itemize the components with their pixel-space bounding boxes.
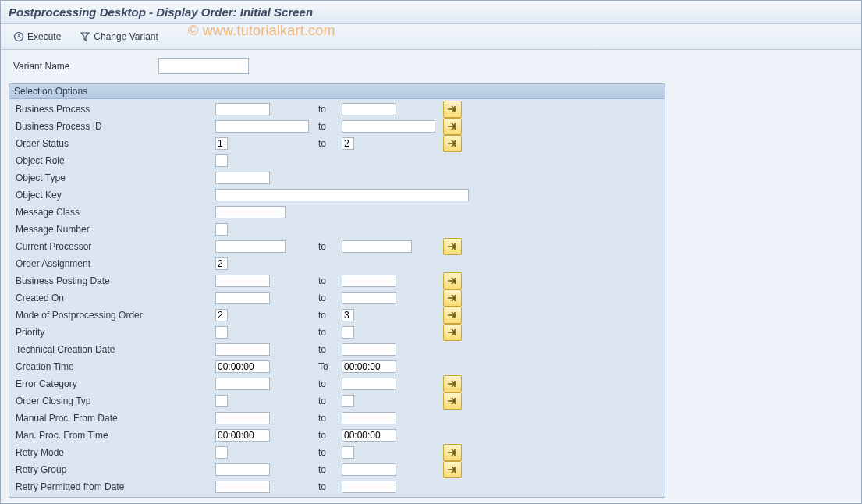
from-input[interactable] [215,120,309,133]
field-label: Order Closing Typ [14,396,215,406]
multiple-selection-button[interactable] [443,238,462,255]
multiple-selection-button[interactable] [443,118,462,135]
to-input[interactable] [342,309,354,321]
watermark-text: © www.tutorialkart.com [188,23,335,39]
from-input[interactable] [215,360,270,373]
from-input[interactable] [215,154,228,167]
to-label: to [317,447,342,458]
from-input[interactable] [215,343,270,356]
from-input[interactable] [215,137,228,150]
to-input[interactable] [342,463,396,476]
from-input[interactable] [215,240,286,253]
from-input[interactable] [215,412,270,424]
from-input[interactable] [215,326,228,339]
to-input[interactable] [342,343,396,356]
selection-row: Manual Proc. From Dateto [14,410,660,427]
to-input[interactable] [342,481,396,493]
from-input[interactable] [215,275,270,287]
from-input[interactable] [215,292,270,304]
selection-panel: Selection Options Business Processto Bus… [9,83,665,498]
multiple-selection-button[interactable] [443,392,462,410]
selection-row: Object Role [14,152,660,169]
selection-row: Technical Creation Dateto [14,341,660,358]
from-input[interactable] [215,309,228,321]
to-label: to [317,104,342,115]
selection-row: Message Class [14,204,660,221]
selection-row: Message Number [14,221,660,238]
arrow-right-icon [447,139,458,148]
multiple-selection-button[interactable] [443,272,462,289]
to-label: to [317,413,342,424]
to-input[interactable] [342,378,396,390]
to-label: to [317,138,342,149]
arrow-right-icon [447,276,458,286]
execute-button[interactable]: Execute [7,30,67,44]
field-label: Mode of Postprocessing Order [14,310,215,321]
from-input[interactable] [215,172,270,184]
field-label: Man. Proc. From Time [14,430,215,441]
to-input[interactable] [342,412,396,424]
from-input[interactable] [215,446,228,459]
from-input[interactable] [215,223,228,236]
from-input[interactable] [215,257,228,270]
to-input[interactable] [342,137,354,150]
to-input[interactable] [342,103,396,115]
selection-panel-header: Selection Options [9,84,665,99]
to-input[interactable] [342,326,354,339]
variant-name-label: Variant Name [13,61,158,72]
to-label: to [317,275,342,286]
to-input[interactable] [342,446,354,459]
selection-row: Business Process IDto [14,118,660,135]
to-label: to [317,344,342,355]
selection-row: Order Closing Typto [14,392,660,410]
funnel-icon [80,31,90,42]
multiple-selection-button[interactable] [443,324,462,341]
field-label: Business Process [14,104,215,115]
to-label: To [317,361,342,372]
to-input[interactable] [342,429,396,442]
to-label: to [317,241,342,252]
to-label: to [317,396,342,406]
to-label: to [317,430,342,441]
from-input[interactable] [215,395,228,407]
selection-row: Priorityto [14,324,660,341]
selection-row: Error Categoryto [14,375,660,392]
from-input[interactable] [215,481,270,493]
to-input[interactable] [342,120,435,133]
to-label: to [317,378,342,389]
arrow-right-icon [447,448,458,457]
variant-row: Variant Name [1,50,861,83]
from-input[interactable] [215,206,286,218]
multiple-selection-button[interactable] [443,289,462,307]
multiple-selection-button[interactable] [443,101,462,118]
from-input[interactable] [215,189,469,201]
to-input[interactable] [342,360,396,373]
from-input[interactable] [215,103,270,115]
body-area: Variant Name Selection Options Business … [1,50,861,502]
selection-row: Retry Groupto [14,461,660,478]
arrow-right-icon [447,105,458,114]
selection-row: Current Processorto [14,238,660,255]
arrow-right-icon [447,465,458,474]
selection-row: Creation TimeTo [14,358,660,375]
field-label: Message Class [14,207,215,218]
to-input[interactable] [342,395,354,407]
to-input[interactable] [342,240,412,253]
multiple-selection-button[interactable] [443,444,462,461]
multiple-selection-button[interactable] [443,307,462,324]
page-title: Postprocessing Desktop - Display Order: … [9,5,313,19]
selection-row: Mode of Postprocessing Orderto [14,307,660,324]
title-bar: Postprocessing Desktop - Display Order: … [1,1,861,24]
multiple-selection-button[interactable] [443,375,462,392]
variant-name-input[interactable] [158,58,249,74]
to-input[interactable] [342,275,396,287]
multiple-selection-button[interactable] [443,135,462,152]
multiple-selection-button[interactable] [443,461,462,478]
to-input[interactable] [342,292,396,304]
from-input[interactable] [215,378,270,390]
app-frame: Postprocessing Desktop - Display Order: … [0,0,862,504]
from-input[interactable] [215,429,270,442]
change-variant-button[interactable]: Change Variant [73,30,165,44]
from-input[interactable] [215,463,270,476]
to-label: to [317,310,342,321]
